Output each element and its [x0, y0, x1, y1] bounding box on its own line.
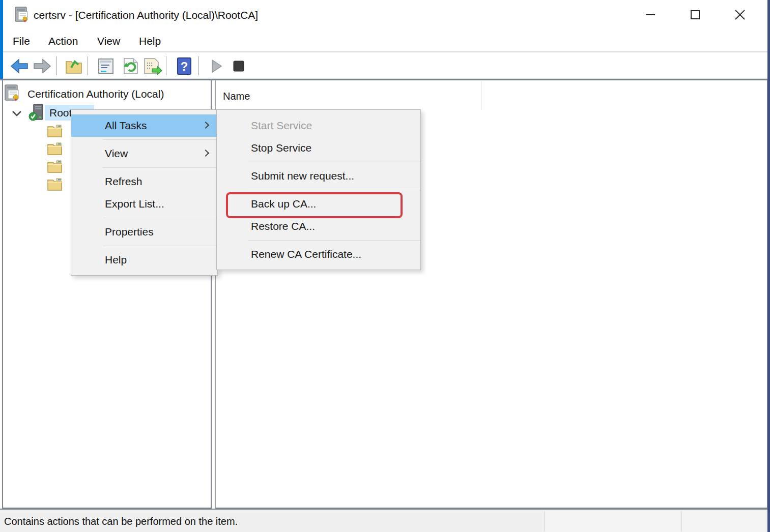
- chevron-down-icon[interactable]: [11, 109, 22, 120]
- status-bar-divider: [544, 511, 545, 531]
- context-menu-item-refresh[interactable]: Refresh: [71, 170, 217, 193]
- submenu-arrow-icon: [202, 122, 209, 129]
- menu-help[interactable]: Help: [139, 29, 161, 51]
- folder-icon[interactable]: [47, 177, 63, 193]
- menu-separator: [103, 218, 217, 218]
- toolbar-separator: [56, 56, 57, 75]
- menu-separator: [103, 167, 217, 168]
- help-icon: ?: [176, 57, 192, 75]
- submenu-item-restore-ca[interactable]: Restore CA...: [217, 215, 420, 238]
- context-menu: All Tasks View Refresh Export List... Pr…: [71, 109, 218, 276]
- help-button[interactable]: ?: [174, 56, 194, 76]
- folder-icon[interactable]: [47, 124, 63, 140]
- up-one-level-icon: [65, 57, 83, 75]
- context-menu-item-view[interactable]: View: [71, 142, 217, 165]
- context-menu-item-export-list[interactable]: Export List...: [71, 193, 217, 215]
- close-button[interactable]: [718, 0, 762, 29]
- context-menu-item-all-tasks[interactable]: All Tasks: [71, 114, 217, 137]
- status-bar-panel: [545, 511, 680, 532]
- column-divider[interactable]: [481, 81, 481, 110]
- submenu-item-renew-ca-certificate[interactable]: Renew CA Certificate...: [217, 243, 420, 265]
- menu-view[interactable]: View: [97, 29, 120, 51]
- menu-action[interactable]: Action: [48, 29, 78, 51]
- certsrv-app-icon: [14, 7, 31, 25]
- menu-item-label: Refresh: [105, 175, 142, 187]
- tree-item-certification-authority[interactable]: Certification Authority (Local): [4, 85, 164, 103]
- menu-separator: [248, 240, 420, 241]
- menu-item-label: View: [105, 147, 128, 159]
- menu-separator: [248, 162, 420, 162]
- context-menu-item-properties[interactable]: Properties: [71, 221, 217, 243]
- menu-separator: [103, 139, 217, 140]
- window-border-right: [767, 0, 770, 532]
- rootca-server-icon: [28, 104, 46, 123]
- toolbar-separator: [198, 56, 199, 75]
- toolbar-separator: [166, 56, 166, 75]
- toolbar-separator: [88, 56, 88, 75]
- export-list-icon: [143, 57, 162, 75]
- close-icon: [734, 9, 746, 21]
- menu-item-label: Stop Service: [251, 142, 311, 154]
- backup-ca-annotation-highlight: [226, 192, 403, 218]
- menu-item-label: Restore CA...: [251, 220, 315, 232]
- menu-item-label: Help: [105, 254, 127, 265]
- minimize-icon: [645, 9, 656, 20]
- tree-item-label: Certification Authority (Local): [27, 88, 164, 100]
- folder-icon[interactable]: [47, 159, 63, 175]
- submenu-item-stop-service[interactable]: Stop Service: [217, 137, 420, 159]
- menu-item-label: Properties: [105, 226, 154, 238]
- submenu-item-start-service: Start Service: [217, 114, 420, 137]
- refresh-icon: [122, 57, 139, 75]
- menu-item-label: Export List...: [105, 198, 164, 210]
- menu-item-label: Submit new request...: [251, 170, 354, 182]
- maximize-button[interactable]: [673, 0, 718, 29]
- menu-item-label: All Tasks: [105, 120, 147, 131]
- stop-icon: [233, 60, 245, 72]
- menu-separator: [248, 190, 420, 190]
- certification-authority-icon: [4, 84, 21, 104]
- back-icon: [10, 58, 28, 74]
- export-list-button[interactable]: [142, 56, 163, 76]
- toolbar: ?: [3, 53, 767, 79]
- refresh-button[interactable]: [121, 56, 141, 76]
- svg-text:?: ?: [181, 60, 188, 73]
- status-text: Contains actions that can be performed o…: [4, 510, 238, 532]
- minimize-button[interactable]: [628, 0, 673, 29]
- menu-bar: File Action View Help: [3, 29, 767, 52]
- properties-button[interactable]: [96, 56, 116, 76]
- up-one-level-button[interactable]: [64, 56, 84, 76]
- start-service-button[interactable]: [207, 56, 227, 76]
- all-tasks-submenu: Start Service Stop Service Submit new re…: [216, 109, 421, 270]
- submenu-item-submit-new-request[interactable]: Submit new request...: [217, 165, 420, 187]
- menu-file[interactable]: File: [13, 29, 30, 51]
- menu-item-label: Start Service: [251, 120, 312, 131]
- properties-icon: [97, 58, 115, 74]
- status-bar-divider: [681, 511, 682, 531]
- back-button[interactable]: [9, 56, 30, 76]
- status-bar: Contains actions that can be performed o…: [0, 509, 767, 532]
- maximize-icon: [690, 9, 701, 20]
- column-header-name[interactable]: Name: [223, 83, 250, 107]
- window-title: certsrv - [Certification Authority (Loca…: [34, 0, 258, 29]
- stop-service-button[interactable]: [229, 56, 249, 76]
- forward-button[interactable]: [32, 56, 52, 76]
- folder-icon[interactable]: [47, 141, 63, 158]
- menu-item-label: Renew CA Certificate...: [251, 248, 361, 260]
- window-controls: [628, 0, 762, 29]
- menu-separator: [103, 246, 217, 246]
- forward-icon: [33, 58, 51, 74]
- status-bar-panel: [682, 511, 766, 532]
- play-icon: [211, 59, 223, 73]
- submenu-arrow-icon: [202, 150, 209, 157]
- context-menu-item-help[interactable]: Help: [71, 249, 217, 271]
- title-bar: certsrv - [Certification Authority (Loca…: [3, 0, 767, 29]
